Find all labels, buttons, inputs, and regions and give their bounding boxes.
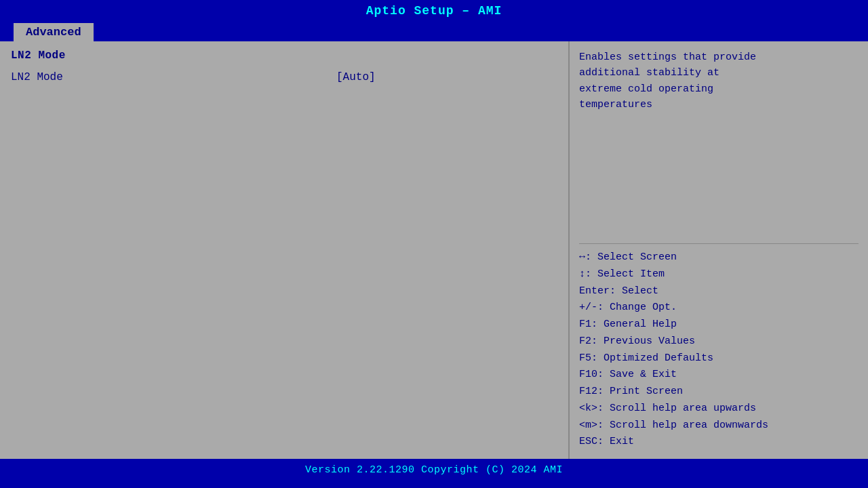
- setting-value-ln2mode: [Auto]: [336, 71, 376, 83]
- help-text: Enables settings that provideadditional …: [579, 49, 859, 238]
- footer-text: Version 2.22.1290 Copyright (C) 2024 AMI: [305, 464, 563, 476]
- key-help-line: F12: Print Screen: [579, 384, 859, 401]
- key-help-line: <m>: Scroll help area downwards: [579, 418, 859, 434]
- help-line: Enables settings that provide: [579, 49, 859, 65]
- key-help-line: F5: Optimized Defaults: [579, 350, 859, 367]
- help-line: additional stability at: [579, 65, 859, 81]
- key-help-line: ↔: Select Screen: [579, 249, 859, 266]
- setting-row-ln2mode[interactable]: LN2 Mode [Auto]: [11, 71, 557, 83]
- key-help: ↔: Select Screen↕: Select ItemEnter: Sel…: [579, 249, 859, 451]
- help-line: temperatures: [579, 97, 859, 113]
- section-title: LN2 Mode: [11, 49, 557, 62]
- divider: [579, 243, 859, 244]
- key-help-line: <k>: Scroll help area upwards: [579, 401, 859, 418]
- main-area: LN2 Mode LN2 Mode [Auto] Enables setting…: [0, 41, 868, 459]
- key-help-line: ESC: Exit: [579, 434, 859, 451]
- key-help-line: F10: Save & Exit: [579, 367, 859, 384]
- title-bar: Aptio Setup – AMI: [0, 0, 868, 20]
- app-title: Aptio Setup – AMI: [366, 4, 502, 18]
- right-panel: Enables settings that provideadditional …: [570, 41, 868, 459]
- footer: Version 2.22.1290 Copyright (C) 2024 AMI: [0, 459, 868, 482]
- key-help-line: F1: General Help: [579, 317, 859, 333]
- tab-advanced[interactable]: Advanced: [14, 23, 94, 41]
- left-panel: LN2 Mode LN2 Mode [Auto]: [0, 41, 570, 459]
- key-help-line: ↕: Select Item: [579, 266, 859, 283]
- tab-bar: Advanced: [0, 20, 868, 41]
- key-help-line: F2: Previous Values: [579, 333, 859, 350]
- setting-label-ln2mode: LN2 Mode: [11, 71, 336, 83]
- key-help-line: +/-: Change Opt.: [579, 300, 859, 317]
- help-line: extreme cold operating: [579, 81, 859, 97]
- key-help-line: Enter: Select: [579, 283, 859, 300]
